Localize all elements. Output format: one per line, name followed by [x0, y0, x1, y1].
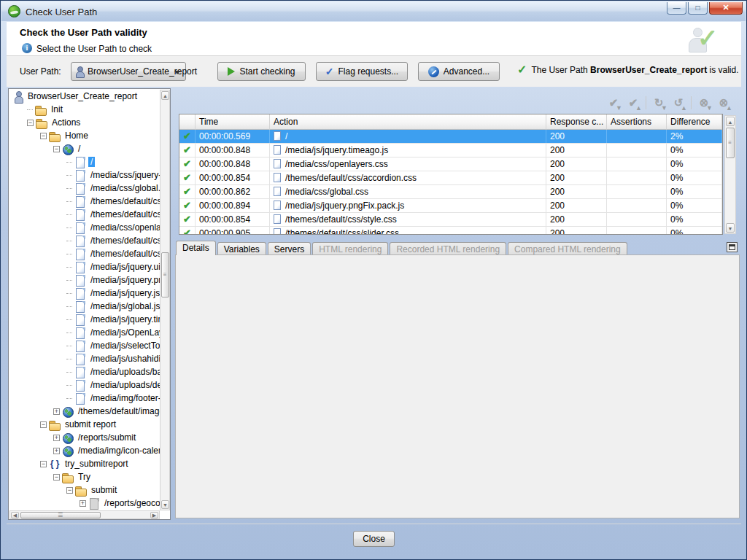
table-vertical-scrollbar[interactable]: ▲ ≡ ▼ — [724, 115, 736, 234]
tree-item[interactable]: /media/js/jquery.js — [9, 287, 160, 300]
tree-item[interactable]: /media/uploads/defaul — [9, 378, 160, 392]
table-row[interactable]: ✔00:00:00.894/media/js/jquery.pngFix.pac… — [179, 199, 722, 213]
table-row[interactable]: ✔00:00:00.854/themes/default/css/accordi… — [179, 171, 722, 185]
tree-item[interactable]: /media/uploads/banne — [9, 365, 160, 378]
table-cell: 00:00:00.905 — [196, 227, 270, 235]
tree-item[interactable]: −/ — [9, 142, 160, 155]
tree-item[interactable]: −submit report — [9, 418, 160, 431]
tree-item[interactable]: / — [9, 155, 160, 168]
column-header[interactable]: Action — [270, 114, 546, 130]
table-scroll-thumb[interactable]: ≡ — [726, 128, 735, 158]
tree-item[interactable]: /media/js/jquery.pngF — [9, 273, 160, 287]
scroll-up-icon[interactable]: ▲ — [726, 117, 735, 126]
tree-item[interactable]: −Home — [9, 129, 160, 142]
next-valid-icon[interactable]: ✔▼ — [606, 96, 621, 110]
close-window-button[interactable]: ✕ — [709, 2, 743, 15]
tree-item[interactable]: −Try — [9, 470, 160, 483]
expand-icon[interactable]: + — [53, 408, 60, 415]
scroll-down-icon[interactable]: ▼ — [726, 223, 735, 233]
tab-servers[interactable]: Servers — [268, 242, 311, 255]
tree-connector — [66, 188, 72, 189]
column-header[interactable]: Difference — [667, 114, 722, 130]
maximize-button[interactable]: □ — [688, 2, 708, 15]
tree-item[interactable]: +/reports/geocode/ — [9, 497, 160, 510]
tree-item[interactable]: /themes/default/css/a — [9, 195, 160, 208]
table-cell — [607, 171, 667, 184]
tree-connector — [66, 162, 72, 163]
column-header[interactable]: Time — [196, 114, 270, 130]
scroll-right-icon[interactable]: ▶ — [150, 512, 158, 518]
toolbar: User Path: BrowserUser_Create_report Sta… — [7, 56, 741, 87]
collapse-icon[interactable]: − — [40, 421, 47, 428]
tree-item[interactable]: +/reports/submit — [9, 431, 160, 444]
flag-requests-button[interactable]: ✓ Flag requests... — [316, 62, 408, 81]
table-row[interactable]: ✔00:00:00.862/media/css/global.css2000% — [179, 185, 722, 199]
table-cell: /media/js/jquery.pngFix.pack.js — [270, 199, 546, 212]
tree-item-label: /media/css/jquery-ui-t — [88, 170, 160, 180]
title-bar[interactable]: Check User Path — □ ✕ — [1, 1, 746, 21]
column-header[interactable]: Assertions — [607, 114, 667, 130]
tree-item[interactable]: Init — [9, 103, 160, 116]
tree-scroll-thumb[interactable]: ≡ — [161, 252, 169, 298]
tree-item-label: /media/js/global.js — [88, 301, 160, 311]
maximize-panel-icon[interactable] — [727, 242, 738, 252]
expand-icon[interactable]: + — [53, 448, 60, 454]
collapse-icon[interactable]: − — [27, 120, 34, 126]
user-path-dropdown[interactable]: BrowserUser_Create_report — [71, 62, 186, 81]
expand-icon[interactable]: + — [53, 435, 60, 441]
tree-connector — [66, 385, 72, 386]
tree-item[interactable]: −{ }try_submitreport — [9, 457, 160, 470]
tree-vertical-scrollbar[interactable]: ▲ ≡ ▼ — [160, 90, 170, 510]
next-difference-icon[interactable]: ↻▼ — [651, 96, 666, 110]
tree-item[interactable]: /media/js/selectToUISl — [9, 339, 160, 352]
prev-difference-icon[interactable]: ↺▲ — [671, 96, 686, 110]
table-cell — [607, 144, 667, 157]
table-row[interactable]: ✔00:00:00.848/media/css/openlayers.css20… — [179, 158, 722, 171]
tree-item[interactable]: /themes/default/css/sl — [9, 247, 160, 260]
table-row[interactable]: ✔00:00:00.569/2002% — [179, 130, 722, 144]
close-button[interactable]: Close — [353, 531, 395, 547]
next-error-icon[interactable]: ⊗▼ — [697, 96, 711, 110]
prev-valid-icon[interactable]: ✔▲ — [626, 96, 640, 110]
tree-item[interactable]: /themes/default/css/b — [9, 208, 160, 221]
tree-item[interactable]: /media/js/jquery.timea — [9, 313, 160, 326]
tree-item[interactable]: −Actions — [9, 116, 160, 129]
scroll-down-icon[interactable]: ▼ — [161, 500, 169, 509]
table-row[interactable]: ✔00:00:00.848/media/js/jquery.timeago.js… — [179, 144, 722, 158]
expand-icon[interactable]: + — [80, 500, 86, 507]
tree-horizontal-scrollbar[interactable]: ◀ ☰ ▶ — [9, 510, 160, 519]
tab-details[interactable]: Details — [176, 241, 216, 255]
column-header[interactable]: Response c... — [546, 114, 607, 130]
tree-item[interactable]: /media/img/footer-logo — [9, 392, 160, 405]
tree-item[interactable]: /media/js/jquery.ui.mi — [9, 260, 160, 273]
scroll-up-icon[interactable]: ▲ — [161, 91, 169, 100]
table-row[interactable]: ✔00:00:00.905/themes/default/css/slider.… — [179, 227, 722, 235]
tree-item[interactable]: +/themes/default/images/pa — [9, 405, 160, 418]
tree-item[interactable]: /media/js/ushahidi.js — [9, 352, 160, 365]
advanced-button[interactable]: Advanced... — [418, 62, 500, 81]
tree-hscroll-thumb[interactable]: ☰ — [20, 512, 101, 518]
column-header[interactable] — [179, 114, 196, 130]
collapse-icon[interactable]: − — [40, 461, 47, 467]
scroll-left-icon[interactable]: ◀ — [11, 512, 19, 518]
tab-variables[interactable]: Variables — [217, 242, 266, 255]
tree-item[interactable]: /themes/default/css/st — [9, 234, 160, 247]
tree-item[interactable]: /media/css/jquery-ui-t — [9, 168, 160, 182]
table-header-row: TimeActionResponse c...AssertionsDiffere… — [179, 114, 722, 130]
tree-item[interactable]: +/media/img/icon-calendar. — [9, 444, 160, 457]
minimize-button[interactable]: — — [667, 2, 686, 15]
tree-item[interactable]: −submit — [9, 483, 160, 497]
tree-item[interactable]: /media/js/OpenLayers — [9, 326, 160, 339]
collapse-icon[interactable]: − — [40, 133, 47, 139]
tree-item[interactable]: /media/js/global.js — [9, 300, 160, 313]
tree-item[interactable]: /media/css/openlayers — [9, 221, 160, 234]
tree-item[interactable]: BrowserUser_Create_report — [9, 90, 160, 103]
user-path-label: User Path: — [20, 66, 61, 77]
table-row[interactable]: ✔00:00:00.854/themes/default/css/style.c… — [179, 213, 722, 227]
start-checking-button[interactable]: Start checking — [217, 62, 306, 81]
collapse-icon[interactable]: − — [53, 474, 60, 481]
collapse-icon[interactable]: − — [53, 146, 60, 152]
collapse-icon[interactable]: − — [66, 487, 73, 494]
tree-item[interactable]: /media/css/global.css — [9, 182, 160, 195]
prev-error-icon[interactable]: ⊗▲ — [716, 96, 731, 110]
